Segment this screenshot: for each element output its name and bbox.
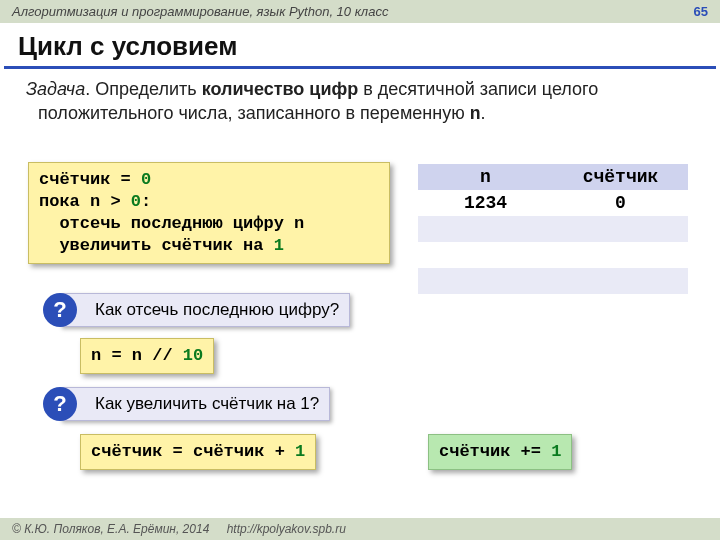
code-increment-long: счётчик = счётчик + 1 (80, 434, 316, 470)
table-row (418, 294, 688, 320)
table-row (418, 268, 688, 294)
table-row: 1234 0 (418, 190, 688, 216)
question-1-box: ? Как отсечь последнюю цифру? (60, 293, 350, 327)
pseudocode-box: счётчик = 0 пока n > 0: отсечь последнюю… (28, 162, 390, 264)
task-label: Задача (26, 79, 85, 99)
page-title: Цикл с условием (4, 23, 716, 69)
code-cut-digit: n = n // 10 (80, 338, 214, 374)
table-row (418, 242, 688, 268)
code-increment-short: счётчик += 1 (428, 434, 572, 470)
header-bar: Алгоритмизация и программирование, язык … (0, 0, 720, 23)
task-text: Задача. Определить количество цифр в дес… (12, 75, 720, 133)
question-2-box: ? Как увеличить счётчик на 1? (60, 387, 330, 421)
question-1-text: Как отсечь последнюю цифру? (95, 300, 339, 319)
footer-url: http://kpolyakov.spb.ru (227, 522, 346, 536)
table-header: n счётчик (418, 164, 688, 190)
col-counter: счётчик (553, 167, 688, 187)
trace-table: n счётчик 1234 0 (418, 164, 688, 320)
footer-bar: © К.Ю. Поляков, Е.А. Ерёмин, 2014 http:/… (0, 518, 720, 540)
table-row (418, 216, 688, 242)
task-bold: количество цифр (202, 79, 359, 99)
task-var: n (470, 104, 481, 124)
question-2-text: Как увеличить счётчик на 1? (95, 394, 319, 413)
copyright: © К.Ю. Поляков, Е.А. Ерёмин, 2014 (12, 522, 209, 536)
question-icon: ? (43, 293, 77, 327)
question-icon: ? (43, 387, 77, 421)
col-n: n (418, 167, 553, 187)
course-name: Алгоритмизация и программирование, язык … (12, 4, 388, 19)
page-number: 65 (694, 4, 708, 19)
